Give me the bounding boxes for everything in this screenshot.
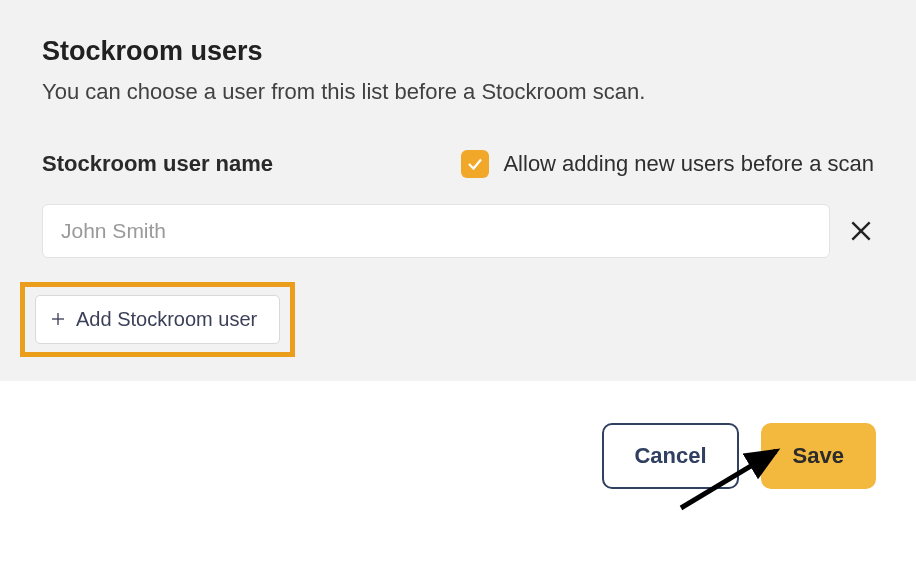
settings-panel: Stockroom users You can choose a user fr…	[0, 0, 916, 381]
field-row: Stockroom user name Allow adding new use…	[42, 150, 874, 178]
allow-new-users-checkbox[interactable]	[461, 150, 489, 178]
user-input-row	[42, 204, 874, 258]
plus-icon	[50, 311, 66, 327]
allow-new-users-label: Allow adding new users before a scan	[503, 151, 874, 177]
footer: Cancel Save	[0, 381, 916, 489]
cancel-button[interactable]: Cancel	[602, 423, 738, 489]
highlight-add-stockroom-user: Add Stockroom user	[20, 282, 295, 357]
add-stockroom-user-label: Add Stockroom user	[76, 308, 257, 331]
check-icon	[466, 155, 484, 173]
stockroom-user-name-input[interactable]	[42, 204, 830, 258]
panel-subtitle: You can choose a user from this list bef…	[42, 77, 874, 108]
stockroom-user-name-label: Stockroom user name	[42, 151, 273, 177]
save-button[interactable]: Save	[761, 423, 876, 489]
add-stockroom-user-button[interactable]: Add Stockroom user	[35, 295, 280, 344]
close-icon[interactable]	[848, 218, 874, 244]
panel-title: Stockroom users	[42, 36, 874, 67]
allow-new-users-group[interactable]: Allow adding new users before a scan	[461, 150, 874, 178]
